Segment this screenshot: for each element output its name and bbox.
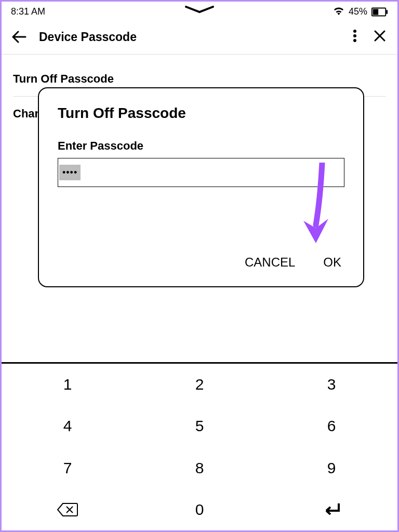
ok-button[interactable]: OK	[323, 255, 341, 270]
key-enter[interactable]	[265, 489, 397, 530]
cancel-button[interactable]: CANCEL	[245, 255, 295, 270]
numeric-keypad: 1 2 3 4 5 6 7 8 9 0	[2, 362, 397, 530]
passcode-value-masked: ••••	[59, 165, 81, 180]
key-9[interactable]: 9	[265, 447, 397, 489]
passcode-input[interactable]: ••••	[58, 158, 344, 187]
key-0[interactable]: 0	[134, 489, 265, 530]
key-1[interactable]: 1	[2, 364, 134, 405]
key-2[interactable]: 2	[134, 364, 265, 405]
key-3[interactable]: 3	[265, 364, 397, 405]
key-4[interactable]: 4	[2, 405, 134, 447]
turn-off-passcode-dialog: Turn Off Passcode Enter Passcode •••• CA…	[38, 87, 364, 287]
passcode-prompt: Enter Passcode	[58, 139, 344, 153]
key-7[interactable]: 7	[2, 447, 134, 489]
key-6[interactable]: 6	[265, 405, 397, 447]
dialog-title: Turn Off Passcode	[58, 105, 344, 122]
key-8[interactable]: 8	[134, 447, 265, 489]
key-backspace[interactable]	[2, 489, 134, 530]
key-5[interactable]: 5	[134, 405, 265, 447]
